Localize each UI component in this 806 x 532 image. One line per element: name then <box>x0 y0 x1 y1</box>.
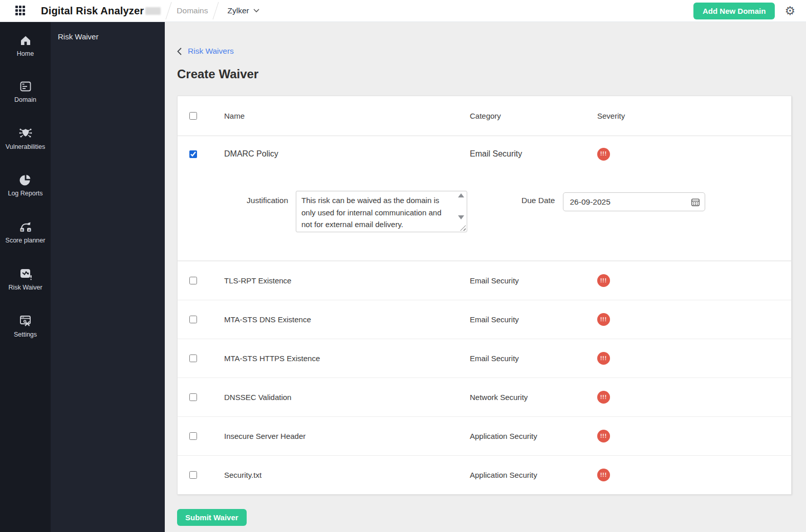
risk-name: TLS-RPT Existence <box>224 276 470 285</box>
score-planner-icon: D A <box>18 219 33 234</box>
app-title: Digital Risk Analyzer <box>41 5 144 17</box>
due-date-label: Due Date <box>521 196 555 205</box>
risk-category: Network Security <box>470 393 597 402</box>
sidebar-item-log-reports[interactable]: Log Reports <box>0 173 51 197</box>
selected-domain-label: Zylker <box>227 6 249 15</box>
risk-name: Security.txt <box>224 471 470 479</box>
gear-icon[interactable]: ⚙ <box>785 5 795 17</box>
svg-text:D: D <box>21 229 24 232</box>
risk-category: Email Security <box>470 149 597 159</box>
svg-text:A: A <box>28 229 30 232</box>
sidebar-item-settings[interactable]: Settings <box>0 314 51 338</box>
risk-name: MTA-STS HTTPS Existence <box>224 354 470 363</box>
breadcrumb-domains[interactable]: Domains <box>177 6 208 15</box>
app-launcher-icon[interactable] <box>15 6 26 16</box>
risk-name: MTA-STS DNS Existence <box>224 315 470 324</box>
chevron-left-icon <box>177 48 182 55</box>
domain-icon <box>19 80 32 93</box>
sidebar-item-label: Log Reports <box>8 190 42 197</box>
row-checkbox[interactable] <box>189 150 197 158</box>
submit-waiver-button[interactable]: Submit Waiver <box>177 509 247 526</box>
sidebar-item-label: Domain <box>14 96 36 103</box>
textarea-scrollbar[interactable] <box>458 193 465 219</box>
panel-title: Risk Waiver <box>51 22 165 41</box>
sidebar-item-risk-waiver[interactable]: Risk Waiver <box>0 267 51 291</box>
sidebar-item-domain[interactable]: Domain <box>0 80 51 103</box>
severity-critical-icon: !!! <box>597 391 610 404</box>
table-row: TLS-RPT Existence Email Security !!! <box>178 261 791 300</box>
due-date-field-wrapper <box>563 192 705 211</box>
risk-category: Email Security <box>470 354 597 363</box>
row-checkbox[interactable] <box>189 277 197 284</box>
risk-name: DNSSEC Validation <box>224 393 470 402</box>
table-row: Insecure Server Header Application Secur… <box>178 416 791 455</box>
table-row: DNSSEC Validation Network Security !!! <box>178 378 791 416</box>
justification-field-wrapper: This risk can be waived as the domain is… <box>296 191 467 232</box>
sidebar-item-label: Score planner <box>6 237 46 244</box>
risk-name: Insecure Server Header <box>224 432 470 440</box>
risk-category: Email Security <box>470 276 597 285</box>
vulnerabilities-icon <box>18 126 33 140</box>
sidebar-item-home[interactable]: Home <box>0 34 51 57</box>
sidebar-item-label: Risk Waiver <box>8 284 42 291</box>
back-link-label[interactable]: Risk Waivers <box>188 47 234 56</box>
risk-waiver-panel: Risk Waiver <box>51 22 165 532</box>
table-row: MTA-STS HTTPS Existence Email Security !… <box>178 339 791 378</box>
severity-critical-icon: !!! <box>597 430 610 442</box>
waiver-form: Justification This risk can be waived as… <box>178 191 791 261</box>
risk-waiver-icon <box>18 267 33 281</box>
home-icon <box>19 34 32 47</box>
column-header-category: Category <box>470 112 597 120</box>
row-checkbox[interactable] <box>189 393 197 401</box>
column-header-name: Name <box>224 112 470 120</box>
severity-critical-icon: !!! <box>597 313 610 326</box>
column-header-severity: Severity <box>597 112 791 120</box>
row-checkbox[interactable] <box>189 354 197 362</box>
risk-category: Application Security <box>470 471 597 479</box>
sidebar-item-label: Settings <box>14 331 37 338</box>
table-row-line: DMARC Policy Email Security !!! <box>178 136 791 172</box>
table-header-row: Name Category Severity <box>178 96 791 136</box>
domain-selector[interactable]: Zylker <box>227 6 259 15</box>
scroll-down-arrow-icon[interactable] <box>458 215 464 219</box>
breadcrumb-separator <box>166 2 172 19</box>
chevron-down-icon <box>253 9 259 13</box>
table-row: MTA-STS DNS Existence Email Security !!! <box>178 300 791 339</box>
redacted-badge <box>145 7 161 15</box>
calendar-icon[interactable] <box>691 197 700 207</box>
table-row: Security.txt Application Security !!! <box>178 455 791 494</box>
severity-critical-icon: !!! <box>597 352 610 365</box>
scroll-up-arrow-icon[interactable] <box>458 193 464 197</box>
left-nav-rail: Home Domain Vulnerabilities Log Rep <box>0 22 51 532</box>
settings-icon <box>18 314 33 328</box>
sidebar-item-label: Vulnerabilities <box>6 143 45 150</box>
page-title: Create Waiver <box>177 67 806 81</box>
severity-critical-icon: !!! <box>597 274 610 287</box>
log-reports-icon <box>18 173 32 187</box>
due-date-input[interactable] <box>563 192 705 211</box>
main-content: Risk Waivers Create Waiver Name Category… <box>165 22 806 532</box>
add-new-domain-button[interactable]: Add New Domain <box>693 3 775 19</box>
row-checkbox[interactable] <box>189 432 197 440</box>
justification-label: Justification <box>178 196 288 205</box>
risk-category: Email Security <box>470 315 597 324</box>
row-checkbox[interactable] <box>189 316 197 323</box>
severity-critical-icon: !!! <box>597 148 610 161</box>
risk-table: Name Category Severity DMARC Policy Emai… <box>177 96 792 495</box>
select-all-checkbox[interactable] <box>189 112 197 120</box>
breadcrumb-separator <box>213 2 219 19</box>
table-row: DMARC Policy Email Security !!! Justific… <box>178 136 791 261</box>
sidebar-item-vulnerabilities[interactable]: Vulnerabilities <box>0 126 51 150</box>
back-to-risk-waivers[interactable]: Risk Waivers <box>177 46 806 57</box>
risk-category: Application Security <box>470 432 597 440</box>
justification-textarea[interactable]: This risk can be waived as the domain is… <box>296 191 467 232</box>
risk-name: DMARC Policy <box>224 149 470 159</box>
top-bar: Digital Risk Analyzer Domains Zylker Add… <box>0 0 806 22</box>
sidebar-item-score-planner[interactable]: D A Score planner <box>0 219 51 244</box>
row-checkbox[interactable] <box>189 471 197 479</box>
sidebar-item-label: Home <box>17 50 34 57</box>
severity-critical-icon: !!! <box>597 469 610 481</box>
